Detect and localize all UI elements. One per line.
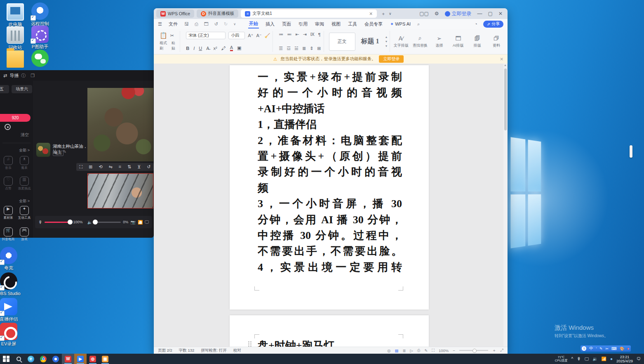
notice-login-button[interactable]: 立即登录 (379, 55, 404, 63)
find-replace-tool[interactable]: ⌕ 查找替换 (412, 31, 428, 52)
scrollbar-thumb[interactable] (504, 69, 507, 130)
highlight-button[interactable]: 🖍 (221, 46, 226, 51)
pen-icon[interactable]: ✎ (599, 347, 603, 351)
desktop-icon-remote[interactable]: 远程控制 (25, 2, 55, 26)
save-icon[interactable]: 🖫 (184, 21, 189, 26)
paste-button[interactable]: 粘贴 (172, 40, 178, 51)
page-2[interactable]: 盘+时钟+跑马灯 (230, 315, 429, 347)
help-icon[interactable]: ◎ (387, 348, 390, 353)
ai-typeset-tool[interactable]: 🗔 AI排版 (450, 31, 466, 52)
login-entry[interactable]: 立即登录 (445, 10, 472, 17)
borders-icon[interactable]: ⊞ (317, 46, 321, 51)
desktop-icon-obs[interactable]: OBS Studio (0, 272, 24, 296)
tray-expand-icon[interactable]: ^ (571, 357, 573, 361)
scene-preview-main[interactable] (87, 88, 153, 161)
preview-icon[interactable]: 🗔 (204, 21, 209, 26)
notice-close-icon[interactable]: ✕ (500, 57, 503, 61)
menu-page[interactable]: 页面 (281, 20, 292, 28)
taskbar-folder[interactable]: ▣ (99, 354, 111, 364)
maximize-button[interactable]: ▢ (488, 11, 493, 17)
italic-button[interactable]: I (193, 46, 195, 51)
tab-close-icon[interactable]: ✕ (369, 11, 373, 16)
font-name-select[interactable]: 宋体 (正文) (186, 32, 226, 39)
tab-doc-template[interactable]: D 抖音直播模板 (197, 9, 238, 18)
new-tab-button[interactable]: ＋ (381, 11, 385, 17)
pin-icon[interactable]: ⊻ (137, 164, 141, 170)
zoom-out-icon[interactable]: − (453, 348, 455, 353)
camera-icon[interactable]: 📷 (130, 220, 135, 225)
number-list-icon[interactable]: ≕ (287, 32, 291, 37)
ribbon-display-icon[interactable]: ◔ (475, 21, 477, 26)
settings-gear-icon[interactable]: ⚙ (435, 11, 439, 17)
chinese-mode-icon[interactable]: 中 (589, 346, 593, 351)
layout-switch-icon[interactable]: ▢▢ (419, 11, 429, 17)
start-live-button[interactable]: 920 (0, 114, 31, 122)
close-button[interactable]: ✕ (498, 11, 503, 17)
record-icon[interactable] (5, 124, 11, 130)
strikethrough-button[interactable]: A̶ (206, 46, 209, 51)
page-1[interactable]: 一，实景+绿布+提前录制 好的一个小时的音视频 +AI+中控插话 1，直播伴侣 … (230, 65, 429, 310)
align-left-icon[interactable]: ☰ (279, 46, 283, 51)
menu-view[interactable]: 视图 (331, 20, 341, 28)
align-right-icon[interactable]: ☱ (294, 46, 298, 51)
taskbar-quark[interactable] (49, 354, 62, 364)
fullscreen-icon[interactable]: ⤢ (500, 348, 503, 353)
desktop-icon-quark[interactable]: 夸克 (0, 247, 24, 270)
bold-button[interactable]: B (186, 46, 189, 51)
style-heading1[interactable]: 标题 1 (357, 33, 383, 51)
speaker-icon[interactable]: 🔈 (87, 220, 92, 225)
tool-ecommerce[interactable]: 🛒 抖音电商 (0, 227, 16, 241)
taskbar-live-companion[interactable]: ▶ (74, 354, 87, 364)
camera-preview-selected[interactable] (87, 173, 153, 208)
notification-center-icon[interactable]: 🗨 (637, 357, 641, 361)
tool-media-library[interactable]: ▶ 素材库 (0, 206, 16, 220)
speaker-volume-slider[interactable] (94, 222, 121, 223)
fit-icon[interactable]: ⊞ (89, 164, 92, 170)
redo-icon[interactable]: ↻ (224, 21, 228, 27)
clear-button[interactable]: 清空 (21, 132, 29, 138)
share-button[interactable]: ⇗ 分享 (483, 21, 503, 28)
hamburger-icon[interactable]: ☰ (158, 21, 162, 27)
fit-page-icon[interactable]: ⛶ (432, 348, 435, 353)
microphone-icon[interactable]: 🎙 (38, 220, 42, 225)
clear-format-icon[interactable]: 🧹 (265, 33, 270, 38)
scene-tab-5[interactable]: 五 (0, 85, 9, 93)
status-spellcheck[interactable]: 拼写检查: 打开 (201, 348, 226, 353)
desktop-icon-ev-recorder[interactable]: EV录屏 (0, 323, 24, 346)
keyboard-icon[interactable]: ⌨ (611, 347, 617, 351)
input-method-toolbar[interactable]: S 中 ’ ✎ ✂ ⌨ 🎨 ● (581, 345, 631, 352)
video-toggle-icon[interactable]: 🎦 (138, 220, 143, 225)
tool-like[interactable]: ♡ 点赞 (0, 177, 16, 190)
desktop-icon-live-companion[interactable]: 直播伴侣 (0, 298, 24, 321)
taskbar-chrome[interactable] (37, 354, 49, 364)
taskbar-search[interactable] (12, 354, 25, 364)
minimize-button[interactable]: — (477, 11, 482, 17)
popout-icon[interactable]: ❐ (31, 73, 35, 78)
menu-review[interactable]: 审阅 (314, 20, 325, 28)
select-tool[interactable]: ➢ 选择 (431, 31, 447, 52)
increase-font-icon[interactable]: A⁺ (248, 33, 253, 38)
underline-button[interactable]: U (199, 46, 202, 51)
vertical-scrollbar[interactable]: ▲ (503, 64, 507, 347)
decrease-font-icon[interactable]: A⁻ (256, 33, 261, 38)
switch-icon[interactable]: ⇄ (3, 73, 7, 78)
paragraph-drag-handle[interactable] (248, 341, 252, 347)
screen-share-icon[interactable]: 🖵 (145, 220, 149, 225)
menu-reference[interactable]: 引用 (298, 20, 308, 28)
superscript-button[interactable]: x² (214, 46, 217, 51)
align-center-icon[interactable]: ☲ (287, 46, 291, 51)
print-icon[interactable]: ⎙ (195, 21, 198, 27)
toolbox-icon[interactable]: ● (627, 347, 629, 351)
shading-button[interactable]: ▣ (237, 45, 241, 51)
info-icon[interactable]: ⓘ (21, 73, 26, 79)
reset-icon[interactable]: ↺ (147, 164, 150, 170)
taskbar-edge[interactable]: e (25, 354, 37, 364)
expand-icon[interactable]: ⛶ (79, 164, 82, 170)
screen-edge-handle[interactable] (630, 145, 632, 158)
more-history-chevron[interactable]: ∨ (233, 22, 236, 26)
tray-bluetooth-icon[interactable]: ● (610, 357, 613, 361)
undo-icon[interactable]: ↺ (214, 21, 218, 27)
zoom-slider[interactable] (459, 350, 488, 351)
tab-wps-home[interactable]: W WPS Office (156, 9, 194, 18)
tray-clock[interactable]: 23:21 2025/4/29 (616, 355, 633, 363)
